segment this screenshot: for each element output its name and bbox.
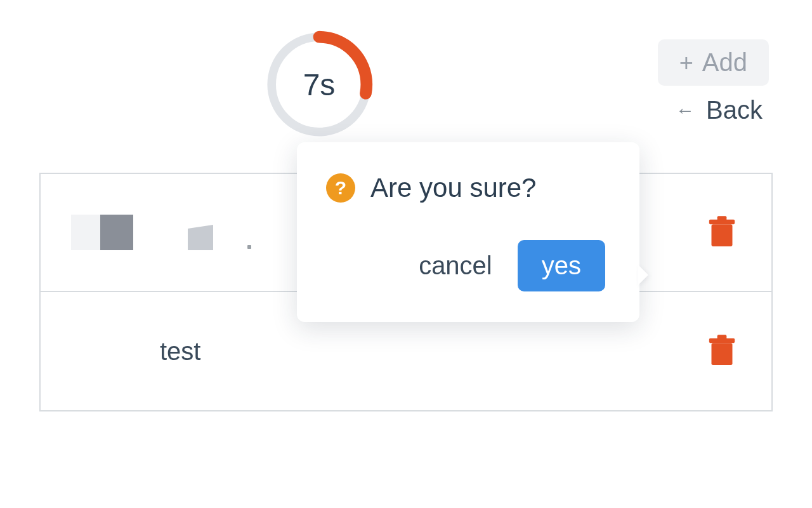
- cancel-button[interactable]: cancel: [412, 248, 499, 284]
- arrow-left-icon: ←: [676, 100, 695, 121]
- list-item-content: test: [71, 337, 708, 366]
- add-button-label: Add: [702, 48, 747, 77]
- confirm-title: Are you sure?: [370, 173, 536, 203]
- header-actions: + Add ← Back: [658, 39, 769, 124]
- trash-icon: [708, 216, 736, 249]
- add-button[interactable]: + Add: [658, 39, 769, 86]
- delete-button[interactable]: [708, 216, 736, 249]
- trash-icon: [708, 335, 736, 368]
- thumbnail-dot: [247, 245, 251, 249]
- countdown-timer: 7s: [265, 30, 373, 138]
- back-button-label: Back: [706, 96, 763, 124]
- thumbnail-block: [100, 215, 133, 250]
- countdown-label: 7s: [265, 30, 373, 138]
- question-icon: ?: [326, 173, 355, 203]
- svg-rect-3: [717, 216, 727, 220]
- yes-button[interactable]: yes: [518, 240, 605, 291]
- thumbnail-group: [71, 215, 251, 250]
- thumbnail-block: [188, 225, 213, 250]
- popover-pointer: [638, 265, 648, 285]
- delete-button[interactable]: [708, 335, 736, 368]
- thumbnail-block: [71, 215, 102, 250]
- svg-rect-1: [712, 224, 733, 246]
- plus-icon: +: [679, 51, 693, 75]
- list-item-label: test: [160, 337, 200, 366]
- svg-rect-4: [712, 343, 733, 365]
- confirm-popover: ? Are you sure? cancel yes: [297, 142, 639, 322]
- back-button[interactable]: ← Back: [676, 96, 769, 124]
- svg-rect-6: [717, 335, 727, 339]
